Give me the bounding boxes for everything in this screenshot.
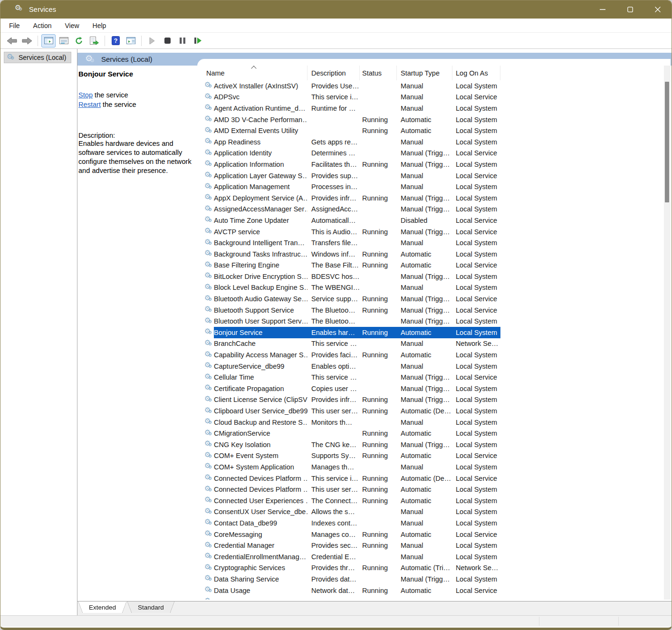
tree-item-services-local[interactable]: ⚙⚙ Services (Local) [4, 52, 71, 63]
help-button[interactable]: ? [108, 34, 123, 48]
service-row[interactable]: ⚙⚙ [197, 596, 664, 600]
service-gear-icon: ⚙⚙ [204, 598, 212, 600]
service-row[interactable]: ⚙⚙ Application Management Processes in… … [197, 181, 664, 192]
service-row[interactable]: ⚙⚙ Bluetooth User Support Serv… The Blue… [197, 315, 664, 327]
service-row[interactable]: ⚙⚙ Capability Access Manager S… Provides… [197, 349, 664, 361]
restart-service-button[interactable] [191, 34, 205, 48]
service-row[interactable]: ⚙⚙ Bonjour Service Enables har… Running … [197, 327, 664, 338]
stop-service-link[interactable]: Stop [78, 91, 93, 99]
close-button[interactable] [644, 0, 672, 19]
refresh-button[interactable] [72, 34, 86, 48]
service-row[interactable]: ⚙⚙ AMD 3D V-Cache Performan… Running Aut… [197, 114, 664, 125]
menu-item-file[interactable]: File [4, 20, 25, 31]
service-row[interactable]: ⚙⚙ App Readiness Gets apps re… Manual Lo… [197, 136, 664, 148]
service-row[interactable]: ⚙⚙ Base Filtering Engine The Base Filt… … [197, 260, 664, 271]
tab-extended[interactable]: Extended [78, 601, 126, 613]
service-name: ActiveX Installer (AxInstSV) [214, 82, 307, 90]
show-action-pane-button[interactable] [124, 34, 138, 48]
service-row[interactable]: ⚙⚙ CaptureService_dbe99 Enables opti… Ma… [197, 361, 664, 372]
service-row[interactable]: ⚙⚙ CMigrationService Running Automatic L… [197, 428, 664, 439]
service-row[interactable]: ⚙⚙ Connected Devices Platform … This use… [197, 484, 664, 495]
service-row[interactable]: ⚙⚙ CoreMessaging Manages co… Running Aut… [197, 529, 664, 540]
service-row[interactable]: ⚙⚙ Connected Devices Platform … This ser… [197, 473, 664, 484]
show-action-pane-icon [126, 37, 135, 44]
service-row[interactable]: ⚙⚙ AppX Deployment Service (A… Provides … [197, 192, 664, 204]
service-startup-type: Manual (Trigg… [397, 317, 452, 325]
export-list-button[interactable] [87, 34, 101, 48]
service-row[interactable]: ⚙⚙ Bluetooth Support Service The Bluetoo… [197, 305, 664, 316]
close-icon [655, 7, 661, 12]
service-row[interactable]: ⚙⚙ ActiveX Installer (AxInstSV) Provides… [197, 80, 664, 92]
pause-service-button[interactable] [175, 34, 190, 48]
service-row[interactable]: ⚙⚙ Data Sharing Service Provides dat… Ma… [197, 573, 664, 585]
service-row[interactable]: ⚙⚙ Certificate Propagation Copies user …… [197, 383, 664, 394]
service-row[interactable]: ⚙⚙ AMD External Events Utility Running A… [197, 125, 664, 136]
service-row[interactable]: ⚙⚙ AssignedAccessManager Ser… AssignedAc… [197, 204, 664, 215]
service-row[interactable]: ⚙⚙ Application Identity Determines … Man… [197, 148, 664, 159]
service-row[interactable]: ⚙⚙ Background Intelligent Tran… Transfer… [197, 237, 664, 248]
scrollbar-thumb[interactable] [665, 82, 669, 202]
service-startup-type: Automatic [397, 250, 452, 258]
service-row[interactable]: ⚙⚙ Application Layer Gateway S… Provides… [197, 170, 664, 181]
menu-item-help[interactable]: Help [88, 20, 111, 31]
service-row[interactable]: ⚙⚙ Bluetooth Audio Gateway Se… Service s… [197, 293, 664, 305]
service-row[interactable]: ⚙⚙ BranchCache This service … Manual Net… [197, 338, 664, 350]
service-row[interactable]: ⚙⚙ BitLocker Drive Encryption S… BDESVC … [197, 271, 664, 282]
menu-item-action[interactable]: Action [29, 20, 57, 31]
service-row[interactable]: ⚙⚙ Data Usage Network dat… Running Autom… [197, 585, 664, 596]
column-header-description[interactable]: Description [307, 66, 360, 80]
forward-button[interactable] [20, 34, 34, 48]
service-row[interactable]: ⚙⚙ Block Level Backup Engine S… The WBEN… [197, 282, 664, 294]
service-row[interactable]: ⚙⚙ COM+ System Application Manages th… M… [197, 461, 664, 473]
service-startup-type: Manual (Trigg… [397, 306, 452, 314]
service-startup-type: Manual (Trigg… [397, 373, 452, 381]
service-row[interactable]: ⚙⚙ CredentialEnrollmentManag… Credential… [197, 551, 664, 563]
service-row[interactable]: ⚙⚙ Agent Activation Runtime_d… Runtime f… [197, 103, 664, 114]
service-row[interactable]: ⚙⚙ Auto Time Zone Updater Automaticall… … [197, 215, 664, 226]
service-row[interactable]: ⚙⚙ Credential Manager Provides sec… Runn… [197, 540, 664, 551]
column-header-startup-type[interactable]: Startup Type [397, 66, 452, 80]
service-logon-as: Local Service [452, 217, 500, 224]
back-button[interactable] [5, 34, 19, 48]
service-row[interactable]: ⚙⚙ ConsentUX User Service_dbe… Allows th… [197, 506, 664, 518]
service-row[interactable]: ⚙⚙ Application Information Facilitates t… [197, 159, 664, 170]
service-logon-as: Local System [452, 239, 500, 247]
service-startup-type: Manual [397, 508, 452, 515]
service-row[interactable]: ⚙⚙ ADPSvc This service i… Manual Local S… [197, 92, 664, 103]
service-logon-as: Local Service [452, 587, 500, 594]
properties-button[interactable] [57, 34, 71, 48]
tab-standard[interactable]: Standard [127, 601, 174, 613]
service-name: CMigrationService [214, 430, 307, 437]
stop-service-button[interactable] [160, 34, 174, 48]
service-row[interactable]: ⚙⚙ Cryptographic Services Provides thr… … [197, 563, 664, 574]
service-row[interactable]: ⚙⚙ Contact Data_dbe99 Indexes cont… Manu… [197, 517, 664, 529]
service-row[interactable]: ⚙⚙ COM+ Event System Supports Sy… Runnin… [197, 450, 664, 462]
service-row[interactable]: ⚙⚙ Clipboard User Service_dbe99 This use… [197, 405, 664, 417]
service-gear-icon: ⚙⚙ [204, 317, 212, 325]
service-row[interactable]: ⚙⚙ Background Tasks Infrastruc… Windows … [197, 248, 664, 260]
stop-service-icon [164, 37, 171, 44]
service-row[interactable]: ⚙⚙ CNG Key Isolation The CNG ke… Running… [197, 439, 664, 450]
menu-item-view[interactable]: View [60, 20, 84, 31]
column-header-status[interactable]: Status [360, 66, 397, 80]
service-startup-type: Manual [397, 183, 452, 191]
service-gear-icon: ⚙⚙ [204, 542, 212, 550]
service-row[interactable]: ⚙⚙ AVCTP service This is Audio… Running … [197, 226, 664, 238]
service-name: Data Sharing Service [214, 575, 307, 583]
column-header-name[interactable]: Name [197, 66, 307, 80]
service-row[interactable]: ⚙⚙ Cellular Time This service … Manual (… [197, 372, 664, 383]
service-row[interactable]: ⚙⚙ Connected User Experiences … The Conn… [197, 495, 664, 506]
column-header-log-on-as[interactable]: Log On As [452, 66, 500, 80]
show-console-tree-button[interactable] [41, 34, 56, 48]
vertical-scrollbar[interactable] [664, 66, 671, 600]
maximize-button[interactable] [616, 0, 644, 19]
service-logon-as: Local System [452, 463, 500, 471]
restart-service-link[interactable]: Restart [78, 101, 101, 108]
minimize-button[interactable] [589, 0, 616, 19]
service-logon-as: Local Service [452, 295, 500, 303]
service-row[interactable]: ⚙⚙ Cloud Backup and Restore S… Monitors … [197, 417, 664, 428]
stop-service-suffix: the service [93, 91, 128, 99]
service-row[interactable]: ⚙⚙ Client License Service (ClipSV… Provi… [197, 394, 664, 406]
start-service-button[interactable] [145, 34, 159, 48]
services-window: ⚙⚙ Services FileActionViewHelp [0, 0, 672, 630]
